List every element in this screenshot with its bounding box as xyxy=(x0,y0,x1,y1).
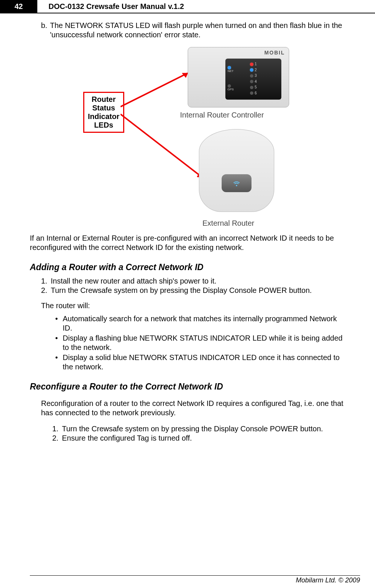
paragraph: Reconfiguration of a router to the corre… xyxy=(41,399,345,417)
external-router-window xyxy=(222,174,251,192)
section-heading: Adding a Router with a Correct Network I… xyxy=(30,262,345,273)
list-item-text: Install the new router and attach ship's… xyxy=(51,276,216,286)
led-panel: NET GPS 1 2 3 4 5 xyxy=(225,59,281,100)
list-marker: 2. xyxy=(52,434,62,443)
list-item: Display a solid blue NETWORK STATUS INDI… xyxy=(55,353,345,372)
led-number: 1 xyxy=(255,62,257,67)
paragraph: If an Internal or External Router is pre… xyxy=(30,234,345,252)
list-item-text: The NETWORK STATUS LED will flash purple… xyxy=(50,21,345,40)
bullet-list: Automatically search for a network that … xyxy=(55,314,345,372)
internal-router-device: MOBIL NET GPS xyxy=(188,47,289,107)
list-item-text: Turn the Crewsafe system on by pressing … xyxy=(51,286,312,295)
section-heading: Reconfigure a Router to the Correct Netw… xyxy=(30,381,345,392)
list-item: 2.Turn the Crewsafe system on by pressin… xyxy=(41,286,345,295)
device-brand-label: MOBIL xyxy=(264,50,285,56)
page-number: 42 xyxy=(0,0,37,13)
bullet-icon xyxy=(55,314,63,333)
footer-text: Mobilarm Ltd. © 2009 xyxy=(296,576,360,584)
gps-label: GPS xyxy=(228,88,234,91)
paragraph: The router will: xyxy=(41,301,345,310)
list-marker: 1. xyxy=(52,424,62,434)
callout-line: Status xyxy=(88,104,119,112)
bullet-icon xyxy=(55,334,63,352)
led-number: 4 xyxy=(255,79,257,84)
list-item-text: Ensure the configured Tag is turned off. xyxy=(62,434,192,443)
document-title: DOC-0132 Crewsafe User Manual v.1.2 xyxy=(37,0,184,13)
led-number: 3 xyxy=(255,74,257,78)
status-led-icon xyxy=(250,74,253,78)
internal-router-label: Internal Router Controller xyxy=(180,110,264,120)
page-header: 42 DOC-0132 Crewsafe User Manual v.1.2 xyxy=(0,0,375,13)
ordered-list: 1.Install the new router and attach ship… xyxy=(41,276,345,295)
list-item: 1.Install the new router and attach ship… xyxy=(41,276,345,286)
page-content: b. The NETWORK STATUS LED will flash pur… xyxy=(0,13,375,443)
list-item: Display a flashing blue NETWORK STATUS I… xyxy=(55,334,345,352)
svg-line-0 xyxy=(121,73,188,107)
bullet-icon xyxy=(55,353,63,372)
status-led-icon xyxy=(250,86,253,89)
page: 42 DOC-0132 Crewsafe User Manual v.1.2 b… xyxy=(0,0,375,588)
status-led-icon xyxy=(250,63,253,66)
wifi-icon xyxy=(232,179,241,188)
status-led-icon xyxy=(250,91,253,95)
list-marker: b. xyxy=(41,21,50,40)
list-marker: 1. xyxy=(41,276,51,286)
net-label: NET xyxy=(228,69,234,73)
page-footer: Mobilarm Ltd. © 2009 xyxy=(30,575,360,584)
list-item-text: Display a flashing blue NETWORK STATUS I… xyxy=(63,334,345,352)
list-item-text: Display a solid blue NETWORK STATUS INDI… xyxy=(63,353,345,372)
ordered-list: 1.Turn the Crewsafe system on by pressin… xyxy=(52,424,345,443)
status-led-icon xyxy=(250,80,253,83)
list-item-text: Turn the Crewsafe system on by pressing … xyxy=(62,424,323,434)
external-router-label: External Router xyxy=(203,219,254,228)
status-led-icon xyxy=(250,68,253,72)
router-figure: Router Status Indicator LEDs MOBIL xyxy=(83,47,292,226)
gps-led-icon xyxy=(228,84,231,88)
callout-box: Router Status Indicator LEDs xyxy=(83,92,124,133)
net-led-icon xyxy=(228,66,231,69)
led-number: 6 xyxy=(255,91,257,96)
external-router-device xyxy=(199,129,274,212)
list-item: 2.Ensure the configured Tag is turned of… xyxy=(52,434,345,443)
figure-wrap: Router Status Indicator LEDs MOBIL xyxy=(30,47,345,226)
led-number: 2 xyxy=(255,68,257,73)
callout-line: LEDs xyxy=(88,121,119,129)
list-marker: 2. xyxy=(41,286,51,295)
list-item: Automatically search for a network that … xyxy=(55,314,345,333)
list-item: 1.Turn the Crewsafe system on by pressin… xyxy=(52,424,345,434)
arrow-icon xyxy=(121,69,195,114)
list-item-text: Automatically search for a network that … xyxy=(63,314,345,333)
callout-line: Router xyxy=(88,95,119,104)
led-number: 5 xyxy=(255,85,257,90)
callout-line: Indicator xyxy=(88,112,119,121)
list-item-b: b. The NETWORK STATUS LED will flash pur… xyxy=(41,21,345,40)
external-router-wrap xyxy=(188,129,292,215)
